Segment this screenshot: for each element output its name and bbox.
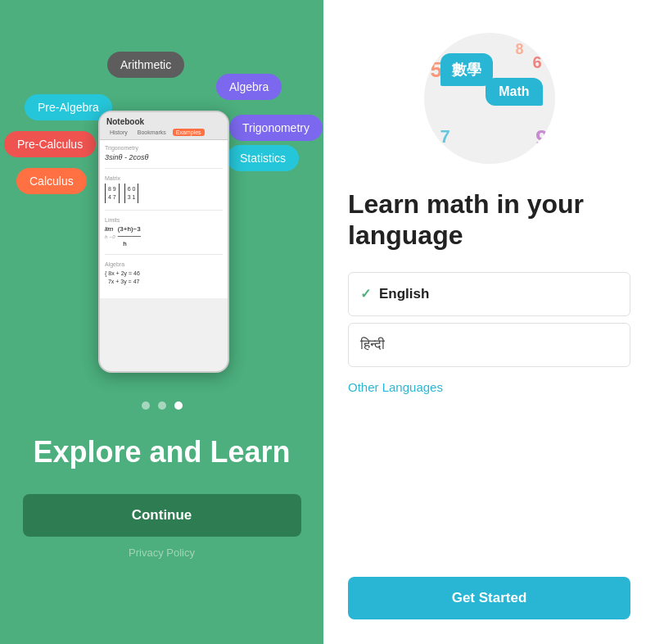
bubble-algebra[interactable]: Algebra [216,74,282,100]
learn-title: Learn math in your language [348,188,630,252]
bubble-pre-calculus[interactable]: Pre-Calculus [4,131,96,157]
phone-notebook-title: Notebook [106,117,221,126]
bubble-arithmetic[interactable]: Arithmetic [107,52,184,78]
check-icon: ✓ [360,286,371,302]
phone-tabs: History Bookmarks Examples [106,129,221,136]
bubble-statistics[interactable]: Statistics [227,145,299,171]
speech-bubble-chinese: 數學 [440,53,493,86]
pagination-dots [142,401,183,410]
hindi-label: हिन्दी [360,337,385,352]
phone-header: Notebook History Bookmarks Examples [100,112,228,140]
section-trigonometry: Trigonometry 3sinθ - 2cosθ [105,145,223,161]
language-option-english[interactable]: ✓ English [348,272,630,316]
tab-history[interactable]: History [106,129,131,136]
bubble-trigonometry[interactable]: Trigonometry [229,115,323,141]
section-algebra: Algebra { 8x + 2y = 46 7x + 3y = 47 [105,261,223,287]
tab-bookmarks[interactable]: Bookmarks [134,129,169,136]
math-illustration: 5 7 6 9 8 數學 Math [424,33,555,164]
bubble-calculus[interactable]: Calculus [16,168,87,194]
dot-1[interactable] [142,401,150,410]
get-started-button[interactable]: Get Started [348,577,630,619]
phone-mockup: Notebook History Bookmarks Examples Trig… [98,111,229,373]
bubble-pre-algebra[interactable]: Pre-Algebra [25,94,112,120]
continue-button[interactable]: Continue [23,494,301,537]
left-bottom: Explore and Learn Continue Privacy Polic… [0,418,323,567]
language-option-hindi[interactable]: हिन्दी [348,323,630,367]
phone-content: Trigonometry 3sinθ - 2cosθ Matrix 8 9 4 … [100,140,228,298]
left-panel: Arithmetic Algebra Pre-Algebra Trigonome… [0,0,323,644]
english-label: English [379,286,429,302]
explore-title: Explore and Learn [33,434,290,469]
section-limits: Limits limh→0 (3+h)−3 ───── h [105,217,223,247]
right-panel: 5 7 6 9 8 數學 Math Learn math in your lan… [323,0,655,644]
other-languages-link[interactable]: Other Languages [348,380,630,394]
tab-examples[interactable]: Examples [173,129,205,136]
dot-2[interactable] [158,401,166,410]
topic-bubbles-container: Arithmetic Algebra Pre-Algebra Trigonome… [0,0,323,393]
dot-3[interactable] [174,401,183,410]
speech-bubble-math: Math [486,78,542,106]
section-matrix: Matrix 8 9 4 7 6 0 3 1 [105,175,223,203]
privacy-link[interactable]: Privacy Policy [129,546,195,559]
